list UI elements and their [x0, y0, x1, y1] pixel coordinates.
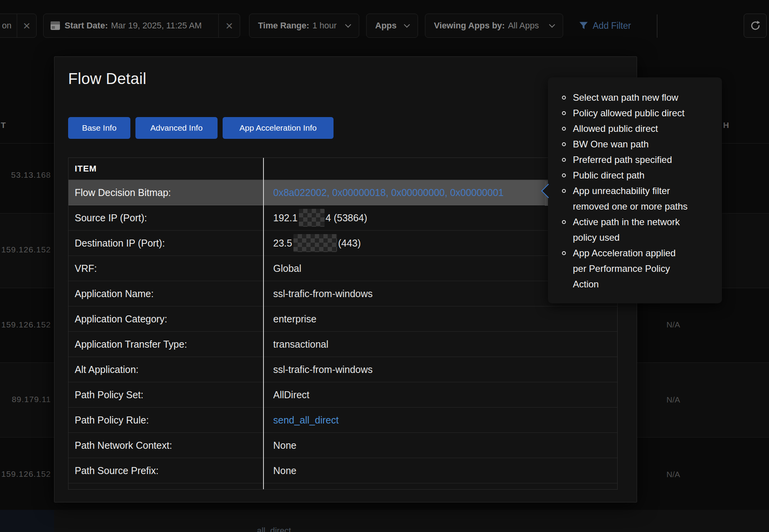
background-na-cell: N/A [658, 395, 689, 404]
background-ip-cell: 89.179.11 [0, 395, 51, 404]
filter-chip-partial-label: on [2, 21, 11, 31]
row-label [68, 483, 263, 490]
table-row-source-ip[interactable]: Source IP (Port): 192.1 4 (53864) [68, 205, 617, 231]
background-bottom-band [0, 510, 769, 532]
refresh-button[interactable] [744, 14, 767, 38]
tooltip-list-item: App unreachability filter removed one or… [559, 183, 710, 214]
bullet-icon [562, 142, 566, 146]
tooltip-line: Allowed public direct [573, 121, 658, 136]
tab-advanced-info[interactable]: Advanced Info [135, 117, 218, 139]
column-header-item: ITEM [75, 164, 97, 174]
apps-label: Apps [375, 21, 397, 31]
tooltip-line: policy used [573, 230, 680, 245]
row-label: Alt Application: [68, 357, 263, 382]
tooltip-line: Policy allowed public direct [573, 105, 685, 121]
row-label: Application Name: [68, 281, 263, 306]
row-value: ssl-trafic-from-windows [273, 364, 373, 375]
flow-decision-tooltip: Select wan path new flow Policy allowed … [548, 77, 722, 303]
destination-ip-prefix: 23.5 [273, 238, 292, 249]
remove-filter-icon[interactable]: × [17, 19, 36, 32]
chevron-down-icon [404, 21, 410, 28]
background-column-header-fragment: T [1, 121, 6, 130]
table-row-alt-application[interactable]: Alt Application: ssl-trafic-from-windows [68, 357, 617, 382]
background-column-header-fragment: H [723, 121, 729, 130]
bullet-icon [562, 127, 566, 131]
tooltip-line: removed one or more paths [573, 199, 688, 214]
row-value: enterprise [273, 313, 316, 325]
tooltip-line: Action [573, 276, 676, 292]
tab-app-acceleration-info[interactable]: App Acceleration Info [223, 117, 334, 139]
viewing-apps-value: All Apps [508, 21, 539, 31]
bullet-icon [562, 158, 566, 162]
redacted-pixelated-block [293, 234, 337, 252]
row-label: Application Transfer Type: [68, 332, 263, 357]
calendar-icon [51, 21, 60, 30]
flow-decision-bitmap-link[interactable]: 0x8a022002, 0x00000018, 0x00000000, 0x00… [273, 187, 504, 198]
row-value: ssl-trafic-from-windows [273, 288, 373, 299]
path-policy-rule-link[interactable]: send_all_direct [273, 415, 339, 426]
background-link-fragment-scrim [231, 523, 257, 532]
tooltip-line: App unreachability filter [573, 183, 688, 199]
row-label: Path Network Context: [68, 433, 263, 458]
table-row-path-policy-set[interactable]: Path Policy Set: AllDirect [68, 382, 617, 408]
table-row-application-category[interactable]: Application Category: enterprise [68, 306, 617, 332]
table-header-row: ITEM [68, 158, 617, 180]
table-row-clipped [68, 483, 617, 490]
flow-detail-table: ITEM Flow Decision Bitmap: 0x8a022002, 0… [68, 158, 618, 490]
tooltip-list-item: Preferred path specified [559, 152, 710, 168]
start-date-label: Start Date: [65, 21, 108, 31]
table-row-path-source-prefix[interactable]: Path Source Prefix: None [68, 458, 617, 483]
background-ip-cell: 53.13.168 [0, 170, 51, 180]
table-row-path-policy-rule[interactable]: Path Policy Rule: send_all_direct [68, 408, 617, 433]
row-value: None [273, 465, 297, 476]
row-label: Source IP (Port): [68, 205, 263, 230]
tooltip-list-item: Allowed public direct [559, 121, 710, 136]
filter-chip-start-date[interactable]: Start Date: Mar 19, 2025, 11:25 AM × [43, 14, 240, 38]
table-row-vrf[interactable]: VRF: Global [68, 256, 617, 281]
time-range-value: 1 hour [313, 21, 337, 31]
modal-title: Flow Detail [68, 70, 146, 88]
remove-start-date-icon[interactable]: × [219, 19, 240, 32]
filter-chip-viewing-apps[interactable]: Viewing Apps by: All Apps [425, 14, 563, 38]
tooltip-line: per Performance Policy [573, 261, 676, 276]
tooltip-list: Select wan path new flow Policy allowed … [559, 90, 710, 292]
tooltip-list-item: Select wan path new flow [559, 90, 710, 105]
row-label: Path Source Prefix: [68, 458, 263, 483]
row-label: Path Policy Rule: [68, 408, 263, 432]
table-row-destination-ip[interactable]: Destination IP (Port): 23.5 (443) [68, 231, 617, 256]
page: { "topbar": { "partial_chip": { "text": … [0, 0, 769, 532]
redacted-pixelated-block [299, 209, 325, 227]
row-value: None [273, 440, 297, 451]
background-ip-cell: 159.126.152 [0, 469, 51, 479]
time-range-label: Time Range: [258, 21, 309, 31]
bullet-icon [562, 189, 566, 193]
filter-chip-apps[interactable]: Apps [366, 14, 418, 38]
tooltip-line: App Acceleration applied [573, 245, 676, 261]
source-ip-suffix: 4 (53864) [326, 212, 367, 224]
add-filter-button[interactable]: Add Filter [579, 14, 631, 38]
viewing-apps-label: Viewing Apps by: [434, 21, 505, 31]
tooltip-line: BW One wan path [573, 136, 649, 152]
add-filter-label: Add Filter [593, 21, 631, 31]
bullet-icon [562, 251, 566, 255]
chevron-down-icon [345, 21, 351, 28]
toolbar-divider [657, 14, 657, 38]
filter-chip-partial[interactable]: on × [0, 14, 37, 38]
table-row-application-transfer-type[interactable]: Application Transfer Type: transactional [68, 332, 617, 357]
bullet-icon [562, 220, 566, 224]
background-bottom-block [0, 510, 54, 532]
table-row-flow-decision-bitmap[interactable]: Flow Decision Bitmap: 0x8a022002, 0x0000… [68, 180, 617, 205]
table-row-path-network-context[interactable]: Path Network Context: None [68, 433, 617, 458]
tab-base-info[interactable]: Base Info [68, 117, 130, 139]
start-date-value: Mar 19, 2025, 11:25 AM [111, 21, 202, 31]
background-ip-cell: 159.126.152 [0, 320, 51, 329]
filter-chip-time-range[interactable]: Time Range: 1 hour [249, 14, 359, 38]
table-row-application-name[interactable]: Application Name: ssl-trafic-from-window… [68, 281, 617, 306]
bullet-icon [562, 111, 566, 115]
refresh-icon [750, 20, 761, 32]
row-label: Flow Decision Bitmap: [68, 180, 263, 205]
tooltip-list-item: Public direct path [559, 168, 710, 183]
row-value: AllDirect [273, 389, 309, 401]
row-value: transactional [273, 339, 328, 350]
funnel-icon [579, 21, 588, 30]
